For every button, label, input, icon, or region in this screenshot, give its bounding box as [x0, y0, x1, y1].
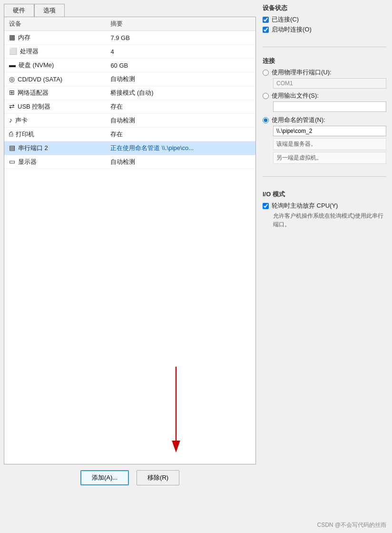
device-summary-cell: 存在 — [106, 128, 255, 141]
connect-on-start-checkbox[interactable] — [263, 27, 269, 33]
named-pipe-input[interactable] — [273, 126, 386, 136]
yield-cpu-desc: 允许客户机操作系统在轮询模式)使用此串行端口。 — [273, 211, 386, 229]
device-name-cell: ▭显示器 — [4, 155, 106, 169]
client-end-label: 另一端是虚拟机。 — [273, 152, 386, 164]
usb-icon: ⇄ — [9, 102, 15, 110]
connected-row: 已连接(C) — [263, 15, 386, 24]
display-icon: ▭ — [9, 158, 15, 165]
output-file-label: 使用输出文件(S): — [272, 91, 319, 100]
named-pipe-row: 使用命名的管道(N): — [263, 116, 386, 124]
device-summary-cell: 自动检测 — [106, 72, 255, 86]
yield-cpu-row: 轮询时主动放弃 CPU(Y) — [263, 201, 386, 210]
device-status-section: 设备状态 已连接(C) 启动时连接(O) — [263, 4, 386, 35]
connect-on-start-label: 启动时连接(O) — [272, 25, 312, 34]
divider-2 — [263, 176, 386, 177]
device-name-cell: ⬜处理器 — [4, 45, 106, 59]
device-status-title: 设备状态 — [263, 4, 386, 12]
output-file-input[interactable] — [273, 101, 386, 112]
yield-cpu-checkbox[interactable] — [263, 203, 269, 209]
bottom-buttons: 添加(A)... 移除(R) — [4, 464, 256, 490]
connected-label: 已连接(C) — [272, 15, 299, 24]
tabs-row: 硬件 选项 — [4, 4, 256, 17]
table-row[interactable]: ▦内存7.9 GB — [4, 31, 255, 45]
table-row[interactable]: ▬硬盘 (NVMe)60 GB — [4, 59, 255, 72]
server-end-label: 该端是服务器。 — [273, 138, 386, 150]
connected-checkbox[interactable] — [263, 17, 269, 23]
remove-button[interactable]: 移除(R) — [137, 470, 179, 485]
device-name-cell: ♪声卡 — [4, 114, 106, 128]
device-summary-cell: 7.9 GB — [106, 31, 255, 45]
watermark: CSDN @不会写代码的丝雨 — [317, 521, 386, 529]
printer-icon: ⎙ — [9, 130, 13, 138]
sound-icon: ♪ — [9, 116, 12, 124]
device-summary-cell: 自动检测 — [106, 114, 255, 128]
connection-section: 连接 使用物理串行端口(U): COM1 使用输出文件(S): 使用命名的管道(… — [263, 57, 386, 165]
named-pipe-label: 使用命名的管道(N): — [272, 116, 325, 124]
connection-title: 连接 — [263, 57, 386, 65]
device-summary-cell: 自动检测 — [106, 155, 255, 169]
table-row[interactable]: ⊞网络适配器桥接模式 (自动) — [4, 86, 255, 100]
device-name-cell: ⎙打印机 — [4, 128, 106, 141]
yield-cpu-label: 轮询时主动放弃 CPU(Y) — [272, 201, 338, 210]
table-row[interactable]: ⎙打印机存在 — [4, 128, 255, 141]
left-panel: 硬件 选项 设备 摘要 ▦内存7.9 GB⬜处理器4▬硬盘 (NVMe)60 G… — [4, 4, 256, 514]
physical-port-value: COM1 — [273, 78, 386, 89]
table-row[interactable]: ⇄USB 控制器存在 — [4, 100, 255, 114]
device-name-cell: ◎CD/DVD (SATA) — [4, 72, 106, 86]
device-summary-cell: 正在使用命名管道 \\.\pipe\co... — [106, 141, 255, 155]
col-header-summary: 摘要 — [106, 17, 255, 31]
device-summary-cell: 存在 — [106, 100, 255, 114]
cpu-icon: ⬜ — [9, 47, 17, 55]
table-row[interactable]: ⬜处理器4 — [4, 45, 255, 59]
device-table-container: 设备 摘要 ▦内存7.9 GB⬜处理器4▬硬盘 (NVMe)60 GB◎CD/D… — [4, 17, 256, 464]
device-name-cell: ▬硬盘 (NVMe) — [4, 59, 106, 72]
device-summary-cell: 桥接模式 (自动) — [106, 86, 255, 100]
disk-icon: ▬ — [9, 61, 16, 69]
named-pipe-radio[interactable] — [263, 117, 269, 123]
divider-1 — [263, 47, 386, 47]
col-header-device: 设备 — [4, 17, 106, 31]
device-name-cell: ⊞网络适配器 — [4, 86, 106, 100]
device-name-cell: ▤串行端口 2 — [4, 141, 106, 155]
device-summary-cell: 60 GB — [106, 59, 255, 72]
physical-port-row: 使用物理串行端口(U): — [263, 68, 386, 77]
device-name-cell: ⇄USB 控制器 — [4, 100, 106, 114]
io-mode-title: I/O 模式 — [263, 190, 386, 199]
physical-port-radio[interactable] — [263, 70, 269, 76]
table-row[interactable]: ▤串行端口 2正在使用命名管道 \\.\pipe\co... — [4, 141, 255, 155]
device-table: 设备 摘要 ▦内存7.9 GB⬜处理器4▬硬盘 (NVMe)60 GB◎CD/D… — [4, 17, 255, 169]
serial-icon: ▤ — [9, 144, 15, 151]
table-row[interactable]: ♪声卡自动检测 — [4, 114, 255, 128]
memory-icon: ▦ — [9, 33, 15, 41]
table-row[interactable]: ▭显示器自动检测 — [4, 155, 255, 169]
network-icon: ⊞ — [9, 89, 15, 96]
output-file-row: 使用输出文件(S): — [263, 91, 386, 100]
device-name-cell: ▦内存 — [4, 31, 106, 45]
tab-options[interactable]: 选项 — [34, 4, 65, 17]
output-file-radio[interactable] — [263, 93, 269, 99]
device-summary-cell: 4 — [106, 45, 255, 59]
cd-icon: ◎ — [9, 75, 15, 83]
connect-on-start-row: 启动时连接(O) — [263, 25, 386, 34]
io-mode-section: I/O 模式 轮询时主动放弃 CPU(Y) 允许客户机操作系统在轮询模式)使用此… — [263, 190, 386, 229]
right-panel: 设备状态 已连接(C) 启动时连接(O) 连接 使用物理串行端口(U): COM… — [261, 4, 388, 514]
physical-port-label: 使用物理串行端口(U): — [272, 68, 332, 77]
table-row[interactable]: ◎CD/DVD (SATA)自动检测 — [4, 72, 255, 86]
add-button[interactable]: 添加(A)... — [80, 470, 129, 485]
tab-hardware[interactable]: 硬件 — [4, 4, 34, 17]
